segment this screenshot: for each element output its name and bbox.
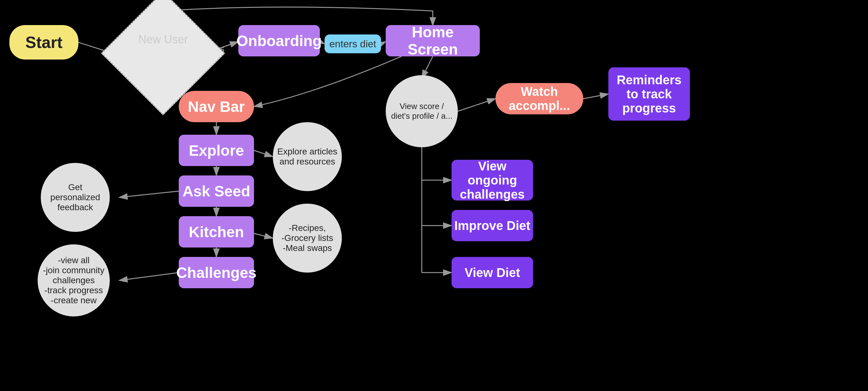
challenges-node: Challenges bbox=[179, 257, 254, 288]
ask-seed-label: Ask Seed bbox=[183, 183, 250, 200]
new-user-label: New User bbox=[135, 33, 191, 46]
svg-line-17 bbox=[254, 233, 273, 238]
watch-accompl-node: Watch accompl... bbox=[495, 83, 583, 115]
kitchen-node: Kitchen bbox=[179, 216, 254, 248]
kitchen-items-label: -Recipes, -Grocery lists -Meal swaps bbox=[278, 220, 337, 256]
get-feedback-circle: Get personalized feedback bbox=[41, 163, 110, 232]
challenges-info-label: -view all -join community challenges -tr… bbox=[39, 252, 108, 309]
kitchen-label: Kitchen bbox=[189, 223, 244, 240]
view-ongoing-node: View ongoing challenges bbox=[452, 160, 533, 200]
enters-diet-label: enters diet bbox=[329, 38, 376, 50]
svg-line-19 bbox=[119, 272, 179, 281]
view-diet-label: View Diet bbox=[464, 266, 520, 280]
ask-seed-node: Ask Seed bbox=[179, 175, 254, 207]
home-screen-node: Home Screen bbox=[386, 25, 480, 56]
challenges-label: Challenges bbox=[176, 264, 256, 281]
reminders-node: Reminders to track progress bbox=[608, 67, 690, 121]
view-ongoing-label: View ongoing challenges bbox=[452, 156, 533, 204]
enters-diet-node: enters diet bbox=[324, 34, 381, 53]
onboarding-node: Onboarding bbox=[238, 25, 320, 56]
explore-articles-label: Explore articles and resources bbox=[273, 143, 342, 170]
home-screen-label: Home Screen bbox=[386, 24, 480, 58]
explore-articles-circle: Explore articles and resources bbox=[273, 122, 342, 191]
view-score-label: View score / diet's profile / a... bbox=[386, 97, 458, 126]
nav-bar-node: Nav Bar bbox=[179, 91, 254, 122]
view-diet-node: View Diet bbox=[452, 257, 533, 288]
watch-accompl-label: Watch accompl... bbox=[495, 85, 583, 113]
kitchen-items-circle: -Recipes, -Grocery lists -Meal swaps bbox=[273, 204, 342, 272]
improve-diet-node: Improve Diet bbox=[452, 210, 533, 241]
explore-node: Explore bbox=[179, 135, 254, 166]
svg-line-13 bbox=[254, 151, 273, 157]
explore-label: Explore bbox=[189, 142, 244, 159]
svg-line-6 bbox=[458, 99, 495, 111]
onboarding-label: Onboarding bbox=[237, 32, 322, 50]
svg-line-7 bbox=[583, 94, 608, 99]
start-node: Start bbox=[9, 25, 79, 60]
view-score-circle: View score / diet's profile / a... bbox=[386, 75, 458, 147]
challenges-info-circle: -view all -join community challenges -tr… bbox=[38, 245, 110, 317]
svg-line-15 bbox=[119, 191, 179, 197]
nav-bar-label: Nav Bar bbox=[188, 98, 245, 115]
reminders-label: Reminders to track progress bbox=[608, 70, 690, 119]
start-label: Start bbox=[25, 33, 62, 52]
get-feedback-label: Get personalized feedback bbox=[41, 177, 110, 217]
improve-diet-label: Improve Diet bbox=[454, 219, 530, 233]
flowchart: No Yes Start New User Onboarding enters … bbox=[0, 0, 868, 391]
svg-line-4 bbox=[381, 42, 386, 44]
